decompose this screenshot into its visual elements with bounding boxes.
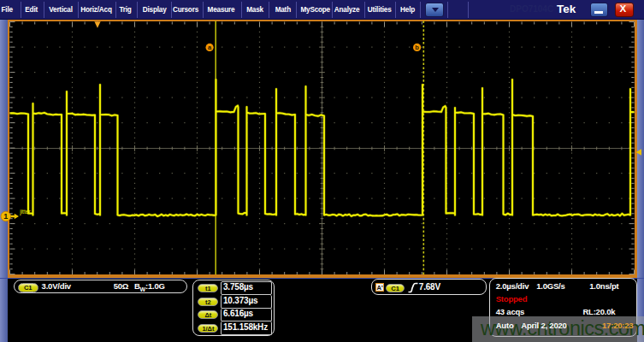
svg-text:jitter: jitter	[19, 209, 31, 215]
svg-text:1: 1	[3, 212, 8, 221]
svg-text:b: b	[415, 44, 419, 51]
